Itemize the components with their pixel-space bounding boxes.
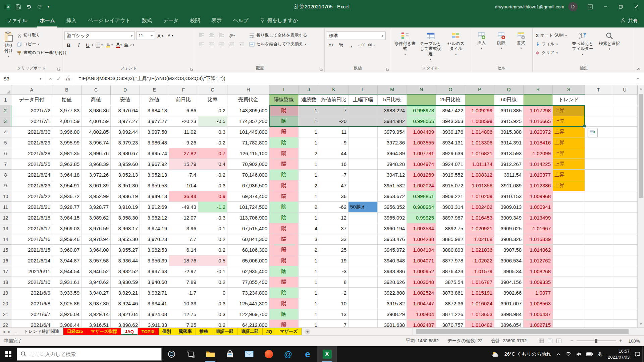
cell-B6[interactable]: 3,981.35 <box>52 148 82 159</box>
cell-U6[interactable] <box>612 148 638 159</box>
cell-M21[interactable]: 3908.29 <box>378 309 407 320</box>
cell-O4[interactable]: 3939.176 <box>436 127 465 137</box>
cell-U21[interactable] <box>612 309 638 320</box>
cell-R15[interactable]: 1.014062 <box>524 245 553 255</box>
cell-H11[interactable]: 101,724,500 <box>227 202 269 213</box>
cell-T20[interactable] <box>585 298 612 309</box>
cell-F18[interactable]: 7.89 <box>169 277 198 288</box>
cell-G8[interactable]: -0.2 <box>198 170 227 180</box>
cell-L11[interactable]: 50越え <box>348 202 378 213</box>
cell-B18[interactable]: 3,931.61 <box>52 277 82 288</box>
alignment-dialog-launcher-icon[interactable] <box>320 67 323 71</box>
bold-icon[interactable]: B <box>64 41 73 49</box>
cell-R8[interactable]: 1.010377 <box>524 170 553 180</box>
cell-O1[interactable]: 25日比較 <box>436 95 465 105</box>
cell-E15[interactable]: 3,962.53 <box>140 245 169 255</box>
find-select-button[interactable]: 検索と選択 ▾ <box>597 29 622 65</box>
sheet-tab-東証一部[interactable]: 東証一部 <box>212 328 237 335</box>
clear-button[interactable]: クリア ▾ <box>535 49 568 57</box>
cell-P7[interactable]: 1.011174 <box>465 159 494 170</box>
cell-G13[interactable]: 0.1 <box>198 223 227 234</box>
cell-L2[interactable] <box>348 105 378 116</box>
cell-E14[interactable]: 3,970.23 <box>140 234 169 245</box>
cell-O5[interactable]: 3934.131 <box>436 137 465 148</box>
normal-view-icon[interactable] <box>539 339 544 343</box>
cell-G3[interactable]: -0.5 <box>198 116 227 127</box>
cell-C16[interactable]: 3,957.58 <box>82 255 111 266</box>
cell-Q19[interactable]: 3902.66 <box>494 288 524 298</box>
cell-G7[interactable]: 0.4 <box>198 159 227 170</box>
cell-L10[interactable] <box>348 191 378 202</box>
cell-R2[interactable]: 1.017298 <box>524 105 553 116</box>
cell-O15[interactable]: 3880.893 <box>436 245 465 255</box>
align-top-icon[interactable] <box>197 32 206 40</box>
cell-A22[interactable]: 2021/6/4 <box>11 320 52 327</box>
cell-J12[interactable]: 1 <box>299 213 319 223</box>
page-break-view-icon[interactable] <box>556 339 561 343</box>
number-dialog-launcher-icon[interactable] <box>386 67 389 71</box>
cell-M19[interactable]: 3922.808 <box>378 288 407 298</box>
cell-Q7[interactable]: 3912.267 <box>494 159 524 170</box>
cell-H3[interactable]: 174,357,200 <box>227 116 269 127</box>
cell-F5[interactable]: -9.26 <box>169 137 198 148</box>
cell-B12[interactable]: 3,984.15 <box>52 213 82 223</box>
cell-J6[interactable]: 2 <box>299 148 319 159</box>
cell-D17[interactable]: 3,932.52 <box>111 266 140 277</box>
sheet-tab-JAQ[interactable]: JAQ <box>121 328 138 335</box>
cell-D5[interactable]: 3,979.23 <box>111 137 140 148</box>
volume-icon[interactable] <box>576 352 581 356</box>
vertical-scrollbar[interactable]: ▲ ▼ <box>638 85 644 327</box>
cell-C4[interactable]: 4,002.85 <box>82 127 111 137</box>
cell-A20[interactable]: 2021/6/8 <box>11 298 52 309</box>
cell-J18[interactable]: 1 <box>299 277 319 288</box>
cell-M20[interactable]: 3915.82 <box>378 298 407 309</box>
cell-E12[interactable]: 3,962.12 <box>140 213 169 223</box>
cell-M15[interactable]: 3945.972 <box>378 245 407 255</box>
cell-D10[interactable]: 3,936.19 <box>111 191 140 202</box>
cell-I4[interactable]: 陽 <box>269 127 299 137</box>
cell-U18[interactable] <box>612 277 638 288</box>
cell-G10[interactable]: 0.9 <box>198 191 227 202</box>
insert-function-icon[interactable]: fx <box>65 76 70 82</box>
cell-L8[interactable] <box>348 170 378 180</box>
status-sum[interactable]: 合計: 23690.9792 <box>491 338 527 344</box>
cell-N2[interactable]: 0.998973 <box>407 105 436 116</box>
cell-D7[interactable]: 3,959.60 <box>111 159 140 170</box>
cell-E13[interactable]: 3,974.19 <box>140 223 169 234</box>
cell-T19[interactable] <box>585 288 612 298</box>
cell-R17[interactable]: 1.008268 <box>524 266 553 277</box>
share-button[interactable]: 共有 <box>615 13 644 27</box>
cell-styles-button[interactable]: セルのスタイル ▾ <box>444 29 468 65</box>
cell-B10[interactable]: 3,936.72 <box>52 191 82 202</box>
cell-D21[interactable]: 3,921.04 <box>111 309 140 320</box>
cell-T21[interactable] <box>585 309 612 320</box>
cell-A9[interactable]: 2021/6/23 <box>11 180 52 191</box>
select-all-corner[interactable] <box>0 85 11 95</box>
cell-I7[interactable]: 陽 <box>269 159 299 170</box>
italic-icon[interactable]: I <box>74 41 83 49</box>
cell-J21[interactable]: 1 <box>299 309 319 320</box>
cell-E8[interactable]: 3,952.13 <box>140 170 169 180</box>
network-icon[interactable] <box>566 352 571 356</box>
cell-K14[interactable]: 33 <box>319 234 348 245</box>
merge-center-button[interactable]: セルを結合して中央揃え ▾ <box>248 40 308 48</box>
cell-N17[interactable]: 1.000952 <box>407 266 436 277</box>
cell-H7[interactable]: 70,902,000 <box>227 159 269 170</box>
cell-S3[interactable]: 上昇 <box>553 116 585 127</box>
zoom-in-icon[interactable]: + <box>619 338 622 344</box>
cell-F8[interactable]: -7.4 <box>169 170 198 180</box>
cell-L15[interactable] <box>348 245 378 255</box>
sheet-next-icon[interactable]: ▶ <box>8 330 11 334</box>
cell-J3[interactable]: 1 <box>299 116 319 127</box>
col-header-D[interactable]: D <box>111 85 140 95</box>
cell-G14[interactable]: 0.2 <box>198 234 227 245</box>
show-desktop-button[interactable] <box>642 346 644 362</box>
cell-G9[interactable]: 0.3 <box>198 180 227 191</box>
cell-E5[interactable]: 3,986.48 <box>140 137 169 148</box>
name-box-dropdown-icon[interactable]: ▾ <box>40 77 41 80</box>
row-header-4[interactable]: 4 <box>0 127 11 137</box>
cell-B13[interactable]: 3,969.03 <box>52 223 82 234</box>
cell-T7[interactable] <box>585 159 612 170</box>
cell-R14[interactable]: 1.015839 <box>524 234 553 245</box>
col-header-H[interactable]: H <box>227 85 269 95</box>
